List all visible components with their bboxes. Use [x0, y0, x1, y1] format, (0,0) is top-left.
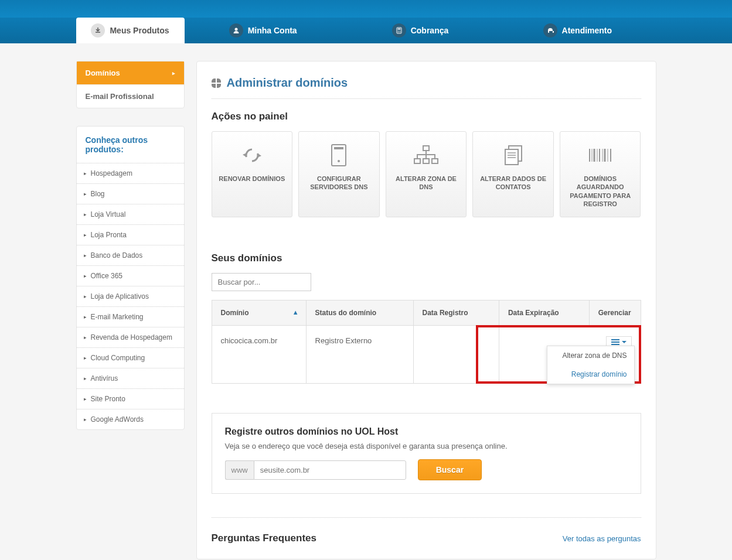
network-icon [413, 141, 439, 170]
hamburger-icon [611, 339, 619, 345]
www-addon: www [225, 460, 254, 480]
product-link[interactable]: Revenda de Hospedagem [77, 327, 184, 347]
sort-up-icon: ▲ [292, 309, 299, 316]
svg-rect-10 [423, 146, 429, 151]
svg-point-6 [399, 32, 400, 33]
faq-all-link[interactable]: Ver todas as perguntas [563, 534, 641, 543]
product-link[interactable]: Site Pronto [77, 388, 184, 409]
dropdown-register-domain[interactable]: Registrar domínio [547, 365, 634, 384]
th-exp-date[interactable]: Data Expiração [499, 301, 589, 326]
action-configure-dns[interactable]: CONFIGURAR SERVIDORES DNS [298, 131, 380, 217]
svg-rect-13 [432, 159, 438, 163]
sidebar-menu: Domínios ▸ E-mail Profissional [76, 61, 185, 108]
action-label: CONFIGURAR SERVIDORES DNS [304, 175, 374, 192]
page-title: Administrar domínios [212, 76, 641, 99]
main-content: Administrar domínios Ações no painel REN… [196, 61, 656, 559]
header-gradient [0, 0, 732, 18]
nav-tab-label: Minha Conta [248, 26, 297, 35]
action-label: RENOVAR DOMÍNIOS [219, 175, 285, 183]
action-label: ALTERAR ZONA DE DNS [391, 175, 462, 192]
cell-status: Registro Externo [306, 326, 413, 384]
barcode-icon [587, 141, 613, 170]
svg-point-0 [234, 28, 237, 31]
globe-icon [212, 78, 222, 88]
documents-icon [502, 141, 525, 170]
sidebar-item-domains[interactable]: Domínios ▸ [77, 62, 184, 85]
action-renew-domains[interactable]: RENOVAR DOMÍNIOS [212, 131, 293, 217]
action-change-contacts[interactable]: ALTERAR DADOS DE CONTATOS [472, 131, 554, 217]
th-status[interactable]: Status do domínio [306, 301, 413, 326]
product-link[interactable]: Hospedagem [77, 163, 184, 183]
dropdown-change-dns[interactable]: Alterar zona de DNS [547, 346, 634, 365]
domain-search-input[interactable] [212, 273, 311, 291]
table-row: chicocica.com.br Registro Externo Altera… [212, 326, 641, 384]
product-link[interactable]: Cloud Computing [77, 347, 184, 368]
action-label: DOMÍNIOS AGUARDANDO PAGAMENTO PARA REGIS… [565, 175, 636, 208]
action-pending-payment[interactable]: DOMÍNIOS AGUARDANDO PAGAMENTO PARA REGIS… [560, 131, 641, 217]
product-link[interactable]: Loja Pronta [77, 224, 184, 245]
product-link[interactable]: Office 365 [77, 265, 184, 286]
nav-tab-products[interactable]: Meus Produtos [76, 18, 185, 43]
product-link[interactable]: Loja Virtual [77, 204, 184, 224]
product-link[interactable]: E-mail Marketing [77, 306, 184, 327]
caret-down-icon [622, 341, 627, 343]
register-box: Registre outros domínios no UOL Host Vej… [212, 413, 641, 494]
sidebar-products: Conheça outros produtos: Hospedagem Blog… [76, 126, 185, 430]
svg-rect-12 [423, 159, 429, 163]
nav-tab-billing[interactable]: Cobrança [342, 18, 499, 43]
svg-rect-15 [505, 149, 518, 165]
register-domain-input[interactable] [254, 460, 406, 480]
svg-point-5 [397, 32, 399, 33]
nav-tab-support[interactable]: Atendimento [499, 18, 656, 43]
sidebar-item-label: E-mail Profissional [86, 92, 154, 101]
nav-tab-account[interactable]: Minha Conta [185, 18, 342, 43]
manage-dropdown: Alterar zona de DNS Registrar domínio [547, 346, 635, 384]
nav-tab-label: Atendimento [562, 26, 612, 35]
cell-manage: Alterar zona de DNS Registrar domínio [499, 326, 641, 384]
register-title: Registre outros domínios no UOL Host [225, 426, 628, 437]
product-link[interactable]: Google AdWords [77, 409, 184, 429]
product-link[interactable]: Antivírus [77, 368, 184, 388]
product-link[interactable]: Blog [77, 183, 184, 204]
chevron-right-icon: ▸ [172, 70, 175, 76]
page-title-text: Administrar domínios [227, 76, 348, 90]
product-link[interactable]: Loja de Aplicativos [77, 286, 184, 306]
nav-tab-label: Cobrança [411, 26, 449, 35]
svg-rect-8 [334, 147, 343, 149]
actions-heading: Ações no painel [212, 111, 641, 122]
domains-table: Domínio▲ Status do domínio Data Registro… [212, 300, 641, 384]
nav-bar: Meus Produtos Minha Conta Cobrança Atend… [0, 18, 732, 43]
th-reg-date[interactable]: Data Registro [413, 301, 499, 326]
calculator-icon [392, 23, 406, 37]
product-link[interactable]: Banco de Dados [77, 245, 184, 265]
refresh-icon [241, 141, 263, 170]
th-domain[interactable]: Domínio▲ [212, 301, 306, 326]
svg-point-9 [338, 160, 340, 162]
sidebar-item-label: Domínios [86, 69, 120, 77]
headset-icon [543, 23, 557, 37]
action-change-dns-zone[interactable]: ALTERAR ZONA DE DNS [386, 131, 467, 217]
svg-rect-2 [397, 29, 400, 30]
th-manage: Gerenciar [589, 301, 641, 326]
download-icon [91, 23, 105, 37]
server-icon [331, 141, 347, 170]
action-label: ALTERAR DADOS DE CONTATOS [478, 175, 549, 192]
sidebar-products-title: Conheça outros produtos: [77, 127, 184, 163]
sidebar-item-email[interactable]: E-mail Profissional [77, 85, 184, 108]
domains-heading: Seus domínios [212, 252, 641, 264]
nav-tab-label: Meus Produtos [110, 26, 169, 35]
cell-domain: chicocica.com.br [212, 326, 306, 384]
search-button[interactable]: Buscar [418, 459, 482, 480]
user-icon [229, 23, 243, 37]
divider [212, 517, 641, 518]
cell-reg-date [413, 326, 499, 384]
svg-rect-11 [414, 159, 420, 163]
register-desc: Veja se o endereço que você deseja está … [225, 442, 628, 450]
svg-point-4 [399, 30, 400, 32]
faq-heading: Perguntas Frequentes [212, 532, 317, 544]
svg-point-3 [397, 30, 399, 32]
